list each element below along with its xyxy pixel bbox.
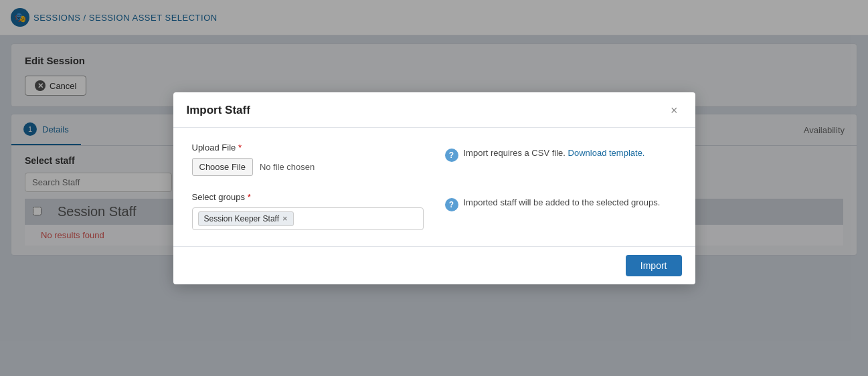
- upload-info-group: ? Import requires a CSV file. Download t…: [445, 143, 677, 176]
- download-template-link[interactable]: Download template.: [568, 148, 645, 158]
- modal-body: Upload File * Choose File No file chosen…: [173, 128, 695, 246]
- modal-overlay: Import Staff × Upload File * Choose File…: [0, 0, 868, 376]
- groups-info-icon: ?: [445, 198, 458, 211]
- group-tag-keeper: Session Keeper Staff ×: [198, 211, 294, 226]
- select-groups-label: Select groups *: [192, 192, 424, 202]
- choose-file-button[interactable]: Choose File: [192, 158, 253, 176]
- modal-title: Import Staff: [187, 104, 250, 117]
- groups-info-group: ? Imported staff will be added to the se…: [445, 192, 677, 230]
- groups-info-text: Imported staff will be added to the sele…: [464, 197, 661, 207]
- upload-info-icon: ?: [445, 149, 458, 162]
- required-star-upload: *: [238, 143, 242, 153]
- import-staff-modal: Import Staff × Upload File * Choose File…: [173, 92, 695, 284]
- group-tag-label: Session Keeper Staff: [204, 214, 280, 223]
- modal-close-button[interactable]: ×: [667, 103, 682, 118]
- no-file-text: No file chosen: [260, 162, 315, 172]
- import-button[interactable]: Import: [626, 255, 682, 276]
- upload-info-text: Import requires a CSV file. Download tem…: [464, 148, 645, 158]
- group-tag-remove-button[interactable]: ×: [282, 214, 288, 223]
- modal-header: Import Staff ×: [173, 92, 695, 128]
- required-star-groups: *: [248, 192, 251, 202]
- upload-info-row: ? Import requires a CSV file. Download t…: [445, 143, 677, 162]
- groups-info-row: ? Imported staff will be added to the se…: [445, 192, 677, 211]
- groups-tags-container[interactable]: Session Keeper Staff ×: [192, 207, 424, 230]
- upload-file-label: Upload File *: [192, 143, 424, 153]
- modal-footer: Import: [173, 246, 695, 284]
- file-input-row: Choose File No file chosen: [192, 158, 424, 176]
- upload-file-group: Upload File * Choose File No file chosen: [192, 143, 424, 176]
- select-groups-group: Select groups * Session Keeper Staff ×: [192, 192, 424, 230]
